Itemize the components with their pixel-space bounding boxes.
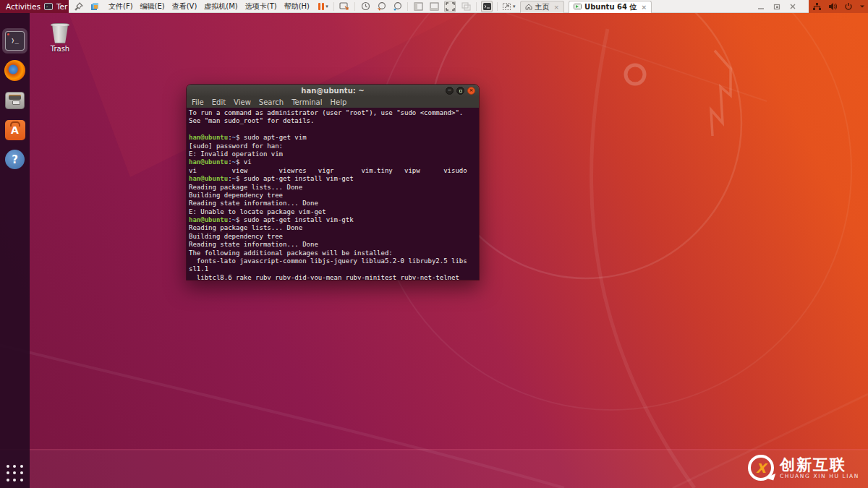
terminal-window-title: han@ubuntu: ~ <box>187 87 479 95</box>
dock-item-firefox[interactable] <box>2 58 27 83</box>
show-library-button[interactable] <box>412 1 424 12</box>
desktop-screen: Activities ›_ Ter 文件(F)编辑(E)查看(V)虚拟机(M)选… <box>0 0 868 488</box>
files-icon <box>5 92 25 109</box>
terminal-line: To run a command as administrator (user … <box>189 109 479 117</box>
terminal-titlebar[interactable]: han@ubuntu: ~ − × <box>187 85 479 97</box>
terminal-line: E: Unable to locate package vim-get <box>189 208 479 216</box>
terminal-window: han@ubuntu: ~ − × FileEditViewSearchTerm… <box>186 84 480 281</box>
terminal-app-icon: ›_ <box>44 3 53 10</box>
terminal-menu-terminal[interactable]: Terminal <box>292 98 322 106</box>
terminal-menu-bar: FileEditViewSearchTerminalHelp <box>187 97 479 108</box>
host-window-controls <box>748 2 806 11</box>
ubuntu-software-icon: A <box>5 120 25 140</box>
terminal-line: Reading package lists... Done <box>189 224 479 232</box>
terminal-line: han@ubuntu:~$ sudo apt-get install vim-g… <box>189 216 479 224</box>
terminal-line <box>189 126 479 134</box>
network-icon <box>812 2 822 11</box>
tab-home-label: 主页 <box>535 2 550 12</box>
dock-item-help[interactable]: ? <box>2 147 27 172</box>
caret-down-icon <box>859 4 865 9</box>
trash-desktop-icon[interactable]: Trash <box>43 23 77 53</box>
dock-item-ubuntu-software[interactable]: A <box>2 117 27 142</box>
suspend-pause-button[interactable]: ▾ <box>318 1 329 12</box>
watermark-title: 创新互联 <box>780 457 859 473</box>
activities-button[interactable]: Activities <box>6 2 41 11</box>
terminal-line: Reading package lists... Done <box>189 184 479 192</box>
volume-icon <box>828 2 838 11</box>
dock-item-files[interactable] <box>2 87 27 113</box>
terminal-line: fonts-lato javascript-common libjs-jquer… <box>189 257 479 265</box>
tab-home[interactable]: 主页 × <box>520 1 565 13</box>
watermark-subtitle: CHUANG XIN HU LIAN <box>780 473 859 479</box>
focused-app-label[interactable]: Ter <box>56 2 67 11</box>
help-icon: ? <box>5 150 25 169</box>
unity-mode-button <box>460 1 472 12</box>
revert-snapshot-button[interactable] <box>375 1 387 12</box>
caret-down-icon[interactable]: ▾ <box>326 4 328 9</box>
manage-snapshots-button[interactable] <box>391 1 403 12</box>
open-console-button[interactable] <box>481 1 493 12</box>
tab-close-icon[interactable]: × <box>641 4 647 11</box>
terminal-line: han@ubuntu:~$ sudo apt-get vim <box>189 134 479 142</box>
terminal-menu-help[interactable]: Help <box>330 98 346 106</box>
firefox-icon <box>4 60 25 81</box>
terminal-icon: ❭_ <box>5 31 25 51</box>
terminal-line: sl1.1 <box>189 265 479 273</box>
vmware-menu-bar: 文件(F)编辑(E)查看(V)虚拟机(M)选项卡(T)帮助(H) <box>105 1 313 12</box>
system-tray[interactable] <box>809 0 868 13</box>
terminal-line: Building dependency tree <box>189 192 479 200</box>
terminal-line: Reading state information... Done <box>189 200 479 207</box>
terminal-menu-search[interactable]: Search <box>259 98 284 106</box>
terminal-line: libtcl8.6 rake ruby ruby-did-you-mean ru… <box>189 274 479 281</box>
close-button[interactable]: × <box>467 87 475 95</box>
close-button[interactable] <box>788 2 797 11</box>
terminal-line: han@ubuntu:~$ vi <box>189 158 479 166</box>
dock: ❭_ A ? <box>0 13 30 488</box>
enter-fullscreen-button[interactable] <box>444 1 456 12</box>
gnome-top-bar: Activities ›_ Ter <box>0 0 69 13</box>
terminal-menu-edit[interactable]: Edit <box>212 98 226 106</box>
minimize-button[interactable] <box>757 2 765 11</box>
terminal-line: han@ubuntu:~$ sudo apt-get install vim-g… <box>189 175 479 183</box>
terminal-line: Reading state information... Done <box>189 241 479 249</box>
terminal-line: E: Invalid operation vim <box>189 150 479 158</box>
power-icon <box>844 2 853 11</box>
top-bar: Activities ›_ Ter 文件(F)编辑(E)查看(V)虚拟机(M)选… <box>0 0 868 13</box>
take-snapshot-button[interactable] <box>359 1 371 12</box>
vmware-menu-1[interactable]: 编辑(E) <box>137 1 169 12</box>
vmware-menu-0[interactable]: 文件(F) <box>105 1 137 12</box>
vmware-menu-2[interactable]: 查看(V) <box>169 1 201 12</box>
terminal-output[interactable]: To run a command as administrator (user … <box>187 108 479 281</box>
vmware-menu-4[interactable]: 选项卡(T) <box>242 1 281 12</box>
trash-label: Trash <box>43 45 77 53</box>
pin-icon[interactable] <box>73 1 85 12</box>
vm-screen-icon <box>574 4 582 10</box>
terminal-line: [sudo] password for han: <box>189 142 479 150</box>
fit-guest-now-button[interactable]: ▾ <box>502 1 516 12</box>
tab-close-icon[interactable]: × <box>554 4 560 11</box>
minimize-button[interactable]: − <box>446 87 454 95</box>
terminal-line: See "man sudo_root" for details. <box>189 117 479 125</box>
terminal-line: vi view viewres vigr vim.tiny vipw visud… <box>189 167 479 175</box>
vmware-toolbar: 文件(F)编辑(E)查看(V)虚拟机(M)选项卡(T)帮助(H) ▾ <box>69 0 809 13</box>
caret-down-icon[interactable]: ▾ <box>513 4 516 9</box>
send-ctrl-alt-del-button[interactable] <box>339 1 350 12</box>
restore-button[interactable] <box>773 2 781 11</box>
terminal-menu-view[interactable]: View <box>234 98 251 106</box>
tab-ubuntu-label: Ubuntu 64 位 <box>584 2 637 12</box>
show-console-view-button[interactable] <box>428 1 440 12</box>
terminal-line: The following additional packages will b… <box>189 249 479 257</box>
terminal-menu-file[interactable]: File <box>192 98 204 106</box>
vmware-menu-3[interactable]: 虚拟机(M) <box>200 1 241 12</box>
vmware-menu-5[interactable]: 帮助(H) <box>281 1 313 12</box>
vmware-logo-icon <box>89 1 101 12</box>
terminal-line: Building dependency tree <box>189 233 479 241</box>
home-icon <box>525 4 532 10</box>
terminal-window-buttons: − × <box>446 87 475 95</box>
watermark-logo-icon: X <box>748 455 774 481</box>
dock-item-terminal[interactable]: ❭_ <box>2 28 27 53</box>
tab-ubuntu-vm[interactable]: Ubuntu 64 位 × <box>569 1 652 13</box>
watermark: X 创新互联 CHUANG XIN HU LIAN <box>748 455 859 481</box>
maximize-button[interactable] <box>456 87 464 95</box>
show-applications-button[interactable] <box>7 465 24 482</box>
